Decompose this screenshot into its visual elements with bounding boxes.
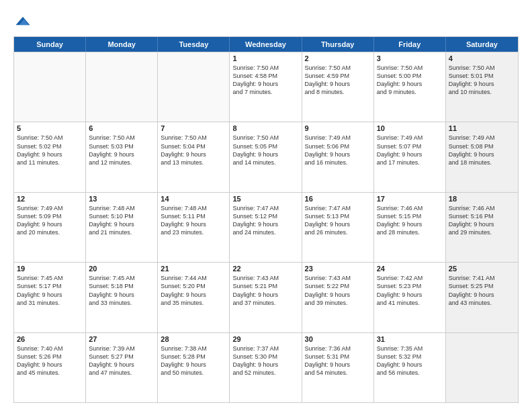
day-number: 25 xyxy=(449,265,515,273)
day-info: Sunrise: 7:41 AM Sunset: 5:25 PM Dayligh… xyxy=(449,274,515,307)
day-info: Sunrise: 7:49 AM Sunset: 5:06 PM Dayligh… xyxy=(305,134,371,167)
day-cell-8: 8Sunrise: 7:50 AM Sunset: 5:05 PM Daylig… xyxy=(230,122,302,191)
day-number: 26 xyxy=(17,335,83,343)
day-cell-empty xyxy=(86,52,158,122)
day-number: 20 xyxy=(89,265,154,273)
day-info: Sunrise: 7:47 AM Sunset: 5:13 PM Dayligh… xyxy=(305,204,371,237)
day-info: Sunrise: 7:50 AM Sunset: 5:02 PM Dayligh… xyxy=(17,134,83,167)
logo-icon xyxy=(13,12,32,31)
day-cell-3: 3Sunrise: 7:50 AM Sunset: 5:00 PM Daylig… xyxy=(374,52,446,122)
day-number: 2 xyxy=(305,54,371,62)
day-info: Sunrise: 7:49 AM Sunset: 5:09 PM Dayligh… xyxy=(17,204,83,237)
day-number: 18 xyxy=(449,195,515,203)
day-cell-17: 17Sunrise: 7:46 AM Sunset: 5:15 PM Dayli… xyxy=(374,193,446,262)
weekday-header-sunday: Sunday xyxy=(14,37,86,52)
day-cell-7: 7Sunrise: 7:50 AM Sunset: 5:04 PM Daylig… xyxy=(158,122,230,191)
weekday-header-thursday: Thursday xyxy=(302,37,374,52)
day-number: 28 xyxy=(161,335,226,343)
day-cell-10: 10Sunrise: 7:49 AM Sunset: 5:07 PM Dayli… xyxy=(374,122,446,191)
week-row-1: 1Sunrise: 7:50 AM Sunset: 4:58 PM Daylig… xyxy=(14,52,518,122)
day-cell-empty xyxy=(158,52,230,122)
day-cell-20: 20Sunrise: 7:45 AM Sunset: 5:18 PM Dayli… xyxy=(86,263,158,332)
day-cell-29: 29Sunrise: 7:37 AM Sunset: 5:30 PM Dayli… xyxy=(230,333,302,402)
day-info: Sunrise: 7:48 AM Sunset: 5:10 PM Dayligh… xyxy=(89,204,154,237)
day-info: Sunrise: 7:46 AM Sunset: 5:16 PM Dayligh… xyxy=(449,204,515,237)
day-cell-27: 27Sunrise: 7:39 AM Sunset: 5:27 PM Dayli… xyxy=(86,333,158,402)
day-number: 9 xyxy=(305,124,371,132)
page: SundayMondayTuesdayWednesdayThursdayFrid… xyxy=(0,0,532,411)
day-number: 3 xyxy=(377,54,443,62)
day-cell-28: 28Sunrise: 7:38 AM Sunset: 5:28 PM Dayli… xyxy=(158,333,230,402)
day-number: 31 xyxy=(377,335,443,343)
weekday-header-monday: Monday xyxy=(86,37,158,52)
day-number: 14 xyxy=(161,195,226,203)
day-cell-empty xyxy=(14,52,86,122)
day-cell-24: 24Sunrise: 7:42 AM Sunset: 5:23 PM Dayli… xyxy=(374,263,446,332)
week-row-3: 12Sunrise: 7:49 AM Sunset: 5:09 PM Dayli… xyxy=(14,192,518,262)
day-number: 10 xyxy=(377,124,443,132)
day-number: 12 xyxy=(17,195,83,203)
week-row-2: 5Sunrise: 7:50 AM Sunset: 5:02 PM Daylig… xyxy=(14,122,518,191)
day-info: Sunrise: 7:50 AM Sunset: 5:00 PM Dayligh… xyxy=(377,64,443,97)
day-info: Sunrise: 7:35 AM Sunset: 5:32 PM Dayligh… xyxy=(377,345,443,377)
day-number: 21 xyxy=(161,265,226,273)
day-cell-11: 11Sunrise: 7:49 AM Sunset: 5:08 PM Dayli… xyxy=(446,122,518,191)
day-info: Sunrise: 7:49 AM Sunset: 5:08 PM Dayligh… xyxy=(449,134,515,167)
day-number: 11 xyxy=(449,124,515,132)
day-cell-13: 13Sunrise: 7:48 AM Sunset: 5:10 PM Dayli… xyxy=(86,193,158,262)
day-cell-23: 23Sunrise: 7:43 AM Sunset: 5:22 PM Dayli… xyxy=(302,263,374,332)
day-cell-18: 18Sunrise: 7:46 AM Sunset: 5:16 PM Dayli… xyxy=(446,193,518,262)
header xyxy=(13,12,519,31)
day-info: Sunrise: 7:37 AM Sunset: 5:30 PM Dayligh… xyxy=(232,345,298,377)
day-number: 7 xyxy=(161,124,226,132)
logo xyxy=(13,12,35,31)
day-cell-21: 21Sunrise: 7:44 AM Sunset: 5:20 PM Dayli… xyxy=(158,263,230,332)
week-row-5: 26Sunrise: 7:40 AM Sunset: 5:26 PM Dayli… xyxy=(14,332,518,402)
day-info: Sunrise: 7:50 AM Sunset: 5:01 PM Dayligh… xyxy=(449,64,515,97)
day-info: Sunrise: 7:50 AM Sunset: 5:04 PM Dayligh… xyxy=(161,134,226,167)
day-cell-6: 6Sunrise: 7:50 AM Sunset: 5:03 PM Daylig… xyxy=(86,122,158,191)
calendar-body: 1Sunrise: 7:50 AM Sunset: 4:58 PM Daylig… xyxy=(14,52,518,402)
weekday-header-wednesday: Wednesday xyxy=(230,37,302,52)
day-info: Sunrise: 7:42 AM Sunset: 5:23 PM Dayligh… xyxy=(377,274,443,307)
day-info: Sunrise: 7:50 AM Sunset: 4:58 PM Dayligh… xyxy=(232,64,298,97)
day-cell-14: 14Sunrise: 7:48 AM Sunset: 5:11 PM Dayli… xyxy=(158,193,230,262)
day-cell-22: 22Sunrise: 7:43 AM Sunset: 5:21 PM Dayli… xyxy=(230,263,302,332)
day-cell-19: 19Sunrise: 7:45 AM Sunset: 5:17 PM Dayli… xyxy=(14,263,86,332)
day-info: Sunrise: 7:39 AM Sunset: 5:27 PM Dayligh… xyxy=(89,345,154,377)
day-number: 19 xyxy=(17,265,83,273)
day-number: 15 xyxy=(232,195,298,203)
day-cell-15: 15Sunrise: 7:47 AM Sunset: 5:12 PM Dayli… xyxy=(230,193,302,262)
day-number: 23 xyxy=(305,265,371,273)
day-number: 16 xyxy=(305,195,371,203)
weekday-header-tuesday: Tuesday xyxy=(158,37,230,52)
day-number: 4 xyxy=(449,54,515,62)
day-number: 13 xyxy=(89,195,154,203)
day-info: Sunrise: 7:45 AM Sunset: 5:17 PM Dayligh… xyxy=(17,274,83,307)
day-cell-2: 2Sunrise: 7:50 AM Sunset: 4:59 PM Daylig… xyxy=(302,52,374,122)
day-number: 1 xyxy=(232,54,298,62)
day-number: 22 xyxy=(232,265,298,273)
day-cell-5: 5Sunrise: 7:50 AM Sunset: 5:02 PM Daylig… xyxy=(14,122,86,191)
day-cell-empty xyxy=(446,333,518,402)
day-cell-30: 30Sunrise: 7:36 AM Sunset: 5:31 PM Dayli… xyxy=(302,333,374,402)
weekday-header-saturday: Saturday xyxy=(446,37,518,52)
day-cell-4: 4Sunrise: 7:50 AM Sunset: 5:01 PM Daylig… xyxy=(446,52,518,122)
weekday-header-friday: Friday xyxy=(374,37,446,52)
day-info: Sunrise: 7:36 AM Sunset: 5:31 PM Dayligh… xyxy=(305,345,371,377)
day-cell-9: 9Sunrise: 7:49 AM Sunset: 5:06 PM Daylig… xyxy=(302,122,374,191)
day-info: Sunrise: 7:50 AM Sunset: 4:59 PM Dayligh… xyxy=(305,64,371,97)
day-info: Sunrise: 7:43 AM Sunset: 5:22 PM Dayligh… xyxy=(305,274,371,307)
day-info: Sunrise: 7:50 AM Sunset: 5:03 PM Dayligh… xyxy=(89,134,154,167)
week-row-4: 19Sunrise: 7:45 AM Sunset: 5:17 PM Dayli… xyxy=(14,262,518,332)
day-cell-1: 1Sunrise: 7:50 AM Sunset: 4:58 PM Daylig… xyxy=(230,52,302,122)
calendar-header: SundayMondayTuesdayWednesdayThursdayFrid… xyxy=(14,37,518,52)
day-number: 27 xyxy=(89,335,154,343)
day-info: Sunrise: 7:44 AM Sunset: 5:20 PM Dayligh… xyxy=(161,274,226,307)
day-info: Sunrise: 7:40 AM Sunset: 5:26 PM Dayligh… xyxy=(17,345,83,377)
day-number: 5 xyxy=(17,124,83,132)
day-info: Sunrise: 7:38 AM Sunset: 5:28 PM Dayligh… xyxy=(161,345,226,377)
day-info: Sunrise: 7:49 AM Sunset: 5:07 PM Dayligh… xyxy=(377,134,443,167)
day-number: 24 xyxy=(377,265,443,273)
day-number: 29 xyxy=(232,335,298,343)
